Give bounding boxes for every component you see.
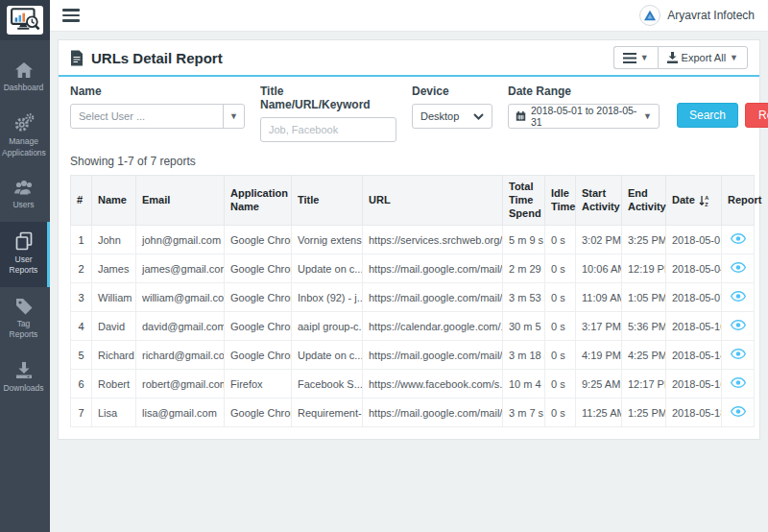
sidebar-item-downloads[interactable]: Downloads bbox=[0, 351, 50, 404]
sidebar-item-user-reports[interactable]: User Reports bbox=[0, 222, 50, 287]
view-report-icon[interactable] bbox=[731, 262, 746, 273]
col-header-email[interactable]: Email bbox=[136, 176, 225, 226]
app-logo[interactable] bbox=[0, 0, 50, 40]
cell-end_activity: 1:05 PM bbox=[622, 283, 666, 312]
sidebar-item-tag-reports[interactable]: Tag Reports bbox=[0, 287, 50, 351]
export-icon bbox=[667, 52, 678, 63]
cell-end_activity: 3:25 PM bbox=[622, 226, 666, 254]
cell-url: https://calendar.google.com/... bbox=[363, 312, 503, 341]
cell-app: Firefox bbox=[225, 370, 292, 399]
col-header-start-activity[interactable]: Start Activity bbox=[576, 176, 622, 226]
cell-total_time: 3 m 53 s bbox=[503, 283, 545, 312]
cell-report bbox=[722, 283, 755, 312]
chevron-down-icon[interactable]: ▼ bbox=[223, 105, 244, 128]
cell-end_activity: 4:25 PM bbox=[622, 341, 666, 370]
menu-toggle-icon[interactable] bbox=[62, 6, 80, 25]
cell-total_time: 3 m 18 s bbox=[503, 341, 545, 370]
cell-idle_time: 0 s bbox=[545, 370, 576, 399]
table-row: 4Daviddavid@gmail.comGoogle Chromeaaipl … bbox=[71, 312, 755, 341]
gears-icon bbox=[13, 113, 35, 133]
cell-num: 3 bbox=[71, 283, 92, 312]
sidebar-item-label: Downloads bbox=[2, 383, 45, 394]
name-filter-label: Name bbox=[70, 85, 245, 98]
filter-keyword: Title Name/URL/Keyword bbox=[260, 85, 396, 142]
cell-start_activity: 10:06 AM bbox=[576, 254, 622, 283]
date-range-label: Date Range bbox=[508, 85, 660, 98]
export-all-button[interactable]: Export All ▼ bbox=[658, 46, 748, 69]
view-report-icon[interactable] bbox=[731, 406, 746, 417]
cell-end_activity: 12:19 PM bbox=[622, 254, 666, 283]
table-row: 5Richardrichard@gmail.comGoogle ChromeUp… bbox=[71, 341, 755, 370]
cell-total_time: 2 m 29 s bbox=[503, 254, 545, 283]
col-header-title[interactable]: Title bbox=[292, 176, 363, 226]
reset-button[interactable]: Reset bbox=[745, 103, 768, 128]
sidebar: Dashboard Manage Applications bbox=[0, 0, 50, 532]
col-header-date[interactable]: Date A Z bbox=[666, 176, 722, 226]
cell-num: 4 bbox=[71, 312, 92, 341]
cell-name: Lisa bbox=[92, 399, 136, 427]
col-header-total-time-spend[interactable]: Total Time Spend bbox=[503, 176, 545, 226]
cell-date: 2018-05-04 bbox=[666, 254, 722, 283]
cell-idle_time: 0 s bbox=[545, 226, 576, 254]
cell-email: john@gmail.com bbox=[136, 226, 225, 254]
col-header-name[interactable]: Name bbox=[92, 176, 136, 226]
chevron-down-icon: ▼ bbox=[640, 54, 649, 62]
users-icon bbox=[13, 179, 35, 196]
table-row: 2Jamesjames@gmail.comGoogle ChromeUpdate… bbox=[71, 254, 755, 283]
date-range-picker[interactable]: 2018-05-01 to 2018-05-31 ▼ bbox=[508, 104, 660, 129]
view-report-icon[interactable] bbox=[731, 291, 746, 302]
cell-report bbox=[722, 370, 755, 399]
cell-app: Google Chrome bbox=[225, 226, 292, 254]
cell-num: 7 bbox=[71, 399, 92, 427]
cell-title: Update on c... bbox=[292, 341, 363, 370]
header-toolbar: ▼ Export All ▼ bbox=[613, 46, 748, 69]
column-options-button[interactable]: ▼ bbox=[613, 46, 658, 69]
topbar: Aryavrat Infotech bbox=[50, 0, 768, 32]
sidebar-item-label: Manage Applications bbox=[2, 136, 45, 158]
cell-date: 2018-05-18 bbox=[666, 399, 722, 427]
search-button[interactable]: Search bbox=[677, 103, 738, 128]
device-select[interactable]: Desktop bbox=[412, 104, 492, 129]
col-header-application-name[interactable]: Application Name bbox=[225, 176, 292, 226]
user-select[interactable]: Select User ... ▼ bbox=[70, 104, 245, 129]
view-report-icon[interactable] bbox=[731, 349, 746, 359]
cell-email: robert@gmail.com bbox=[136, 370, 225, 399]
calendar-icon bbox=[516, 110, 526, 122]
account-menu[interactable]: Aryavrat Infotech bbox=[639, 5, 755, 26]
cell-idle_time: 0 s bbox=[545, 341, 576, 370]
results-summary: Showing 1-7 of 7 reports bbox=[59, 146, 759, 175]
cell-start_activity: 4:19 PM bbox=[576, 341, 622, 370]
report-table-wrap: # Name Email Application Name Title URL … bbox=[59, 175, 759, 439]
col-header-idle-time[interactable]: Idle Time bbox=[545, 176, 576, 226]
tag-icon bbox=[14, 297, 34, 315]
report-table: # Name Email Application Name Title URL … bbox=[70, 175, 755, 427]
view-report-icon[interactable] bbox=[731, 320, 746, 330]
sidebar-item-dashboard[interactable]: Dashboard bbox=[0, 52, 50, 104]
cell-report bbox=[722, 254, 755, 283]
cell-title: Update on c... bbox=[292, 254, 363, 283]
cell-idle_time: 0 s bbox=[545, 254, 576, 283]
home-icon bbox=[14, 61, 34, 79]
cell-app: Google Chrome bbox=[225, 399, 292, 427]
cell-app: Google Chrome bbox=[225, 254, 292, 283]
cell-title: Requirement-... bbox=[292, 399, 363, 427]
cell-name: William bbox=[92, 283, 136, 312]
col-header-url[interactable]: URL bbox=[363, 176, 503, 226]
keyword-input[interactable] bbox=[260, 117, 396, 142]
cell-email: lisa@gmail.com bbox=[136, 399, 225, 427]
sidebar-item-users[interactable]: Users bbox=[0, 169, 50, 221]
filter-device: Device Desktop bbox=[412, 85, 492, 142]
sidebar-item-label: Tag Reports bbox=[2, 319, 45, 341]
sidebar-nav: Dashboard Manage Applications bbox=[0, 40, 50, 404]
cell-total_time: 3 m 7 s bbox=[503, 399, 545, 427]
cell-report bbox=[722, 399, 755, 427]
user-select-value: Select User ... bbox=[71, 110, 223, 122]
view-report-icon[interactable] bbox=[731, 233, 746, 244]
view-report-icon[interactable] bbox=[731, 377, 746, 388]
cell-name: David bbox=[92, 312, 136, 341]
col-header-end-activity[interactable]: End Activity bbox=[622, 176, 666, 226]
cell-start_activity: 3:02 PM bbox=[576, 226, 622, 254]
sidebar-item-manage-applications[interactable]: Manage Applications bbox=[0, 104, 50, 169]
date-header-label: Date bbox=[672, 194, 695, 207]
cell-start_activity: 11:25 AM bbox=[576, 399, 622, 427]
